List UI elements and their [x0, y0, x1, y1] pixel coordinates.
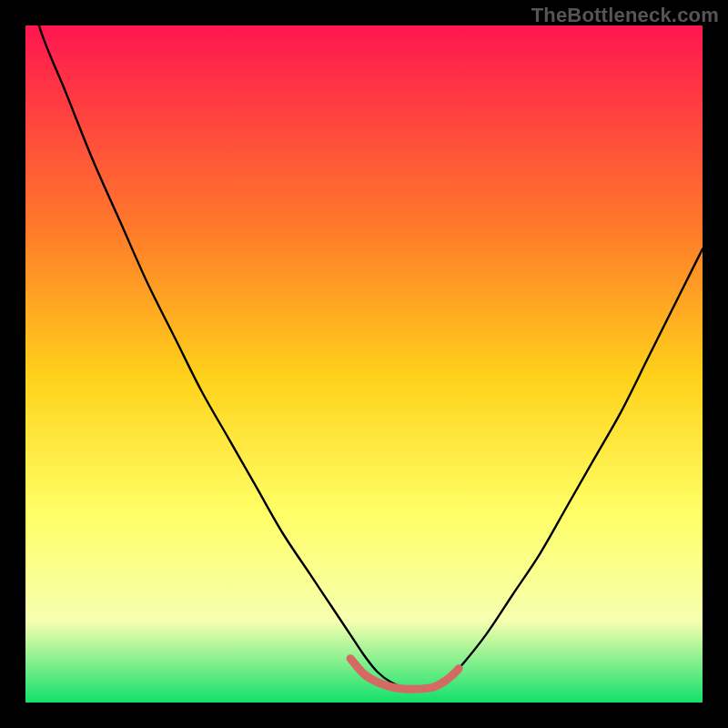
chart-svg [25, 25, 703, 703]
chart-frame: TheBottleneck.com [0, 0, 728, 728]
gradient-background [25, 25, 703, 703]
chart-plot-area [25, 25, 703, 703]
watermark-text: TheBottleneck.com [531, 4, 719, 27]
